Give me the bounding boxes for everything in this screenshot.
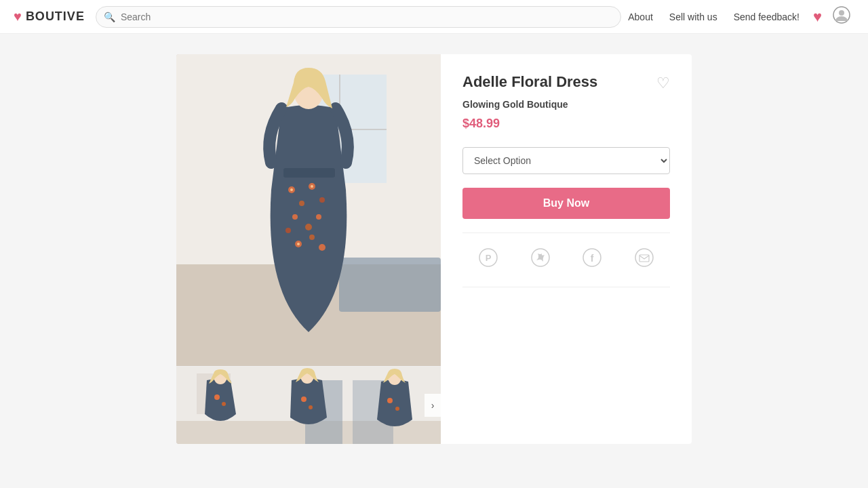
product-card: › Adelle Floral Dress ♡ Glowing Gold Bou… xyxy=(176,54,692,444)
logo-link[interactable]: ♥ BOUTIVE xyxy=(14,9,85,24)
svg-point-18 xyxy=(309,235,315,240)
search-container: 🔍 xyxy=(96,6,621,28)
product-title-row: Adelle Floral Dress ♡ xyxy=(462,73,670,92)
nav-links: About Sell with us Send feedback! ♥ xyxy=(621,2,854,32)
wishlist-button[interactable]: ♡ xyxy=(656,75,670,92)
user-icon xyxy=(833,6,850,24)
twitter-share-button[interactable] xyxy=(524,245,557,274)
size-select[interactable]: Select Option XS S M L XL xyxy=(462,147,670,174)
thumbnail-2[interactable] xyxy=(264,367,353,444)
pinterest-share-button[interactable]: P xyxy=(472,245,505,274)
svg-point-12 xyxy=(319,197,325,203)
svg-point-48 xyxy=(635,249,653,266)
dress-svg xyxy=(176,54,441,366)
svg-text:f: f xyxy=(591,253,594,264)
thumbnail-1[interactable] xyxy=(176,367,264,444)
nav-about[interactable]: About xyxy=(621,7,660,26)
logo-heart-icon: ♥ xyxy=(14,9,22,24)
product-title: Adelle Floral Dress xyxy=(462,73,656,91)
pinterest-icon: P xyxy=(479,248,498,267)
svg-point-41 xyxy=(395,407,399,411)
svg-point-14 xyxy=(305,224,312,230)
svg-rect-8 xyxy=(339,258,441,312)
svg-point-28 xyxy=(214,394,220,400)
twitter-icon xyxy=(531,248,550,267)
logo-text: BOUTIVE xyxy=(26,9,85,24)
facebook-icon: f xyxy=(583,248,601,267)
svg-point-10 xyxy=(299,201,304,206)
svg-point-35 xyxy=(309,405,313,409)
svg-point-15 xyxy=(316,214,321,220)
search-input[interactable] xyxy=(96,6,621,28)
email-share-button[interactable] xyxy=(628,245,660,274)
nav-sell[interactable]: Sell with us xyxy=(663,7,724,26)
boutique-name: Glowing Gold Boutique xyxy=(462,99,670,110)
wishlist-nav-button[interactable]: ♥ xyxy=(809,4,826,30)
buy-now-button[interactable]: Buy Now xyxy=(462,188,670,219)
social-row: P f xyxy=(462,243,670,281)
svg-point-22 xyxy=(297,243,300,245)
svg-point-16 xyxy=(285,228,291,233)
thumb1-svg xyxy=(176,367,264,444)
divider-top xyxy=(462,232,670,233)
user-nav-button[interactable] xyxy=(829,2,854,32)
product-details: Adelle Floral Dress ♡ Glowing Gold Bouti… xyxy=(441,54,692,444)
svg-point-40 xyxy=(387,398,393,403)
svg-point-13 xyxy=(292,214,298,220)
svg-point-19 xyxy=(319,244,326,251)
svg-point-20 xyxy=(290,188,293,191)
svg-point-29 xyxy=(222,402,226,406)
navbar: ♥ BOUTIVE 🔍 About Sell with us Send feed… xyxy=(0,0,868,34)
main-product-image xyxy=(176,54,441,366)
page-container: › Adelle Floral Dress ♡ Glowing Gold Bou… xyxy=(0,34,868,464)
product-price: $48.99 xyxy=(462,117,670,131)
thumb2-svg xyxy=(264,367,353,444)
email-icon xyxy=(635,248,654,267)
svg-point-21 xyxy=(311,185,313,188)
divider-bottom xyxy=(462,287,670,287)
product-top: › Adelle Floral Dress ♡ Glowing Gold Bou… xyxy=(176,54,692,444)
thumbnail-next-button[interactable]: › xyxy=(425,394,441,417)
nav-feedback[interactable]: Send feedback! xyxy=(727,7,806,26)
svg-text:P: P xyxy=(486,253,492,263)
svg-rect-49 xyxy=(639,255,649,262)
svg-point-34 xyxy=(301,396,307,402)
svg-rect-24 xyxy=(283,168,335,178)
facebook-share-button[interactable]: f xyxy=(576,245,608,274)
image-section: › xyxy=(176,54,441,444)
thumbnail-row: › xyxy=(176,366,441,444)
search-icon: 🔍 xyxy=(104,12,115,22)
svg-point-1 xyxy=(839,10,844,16)
